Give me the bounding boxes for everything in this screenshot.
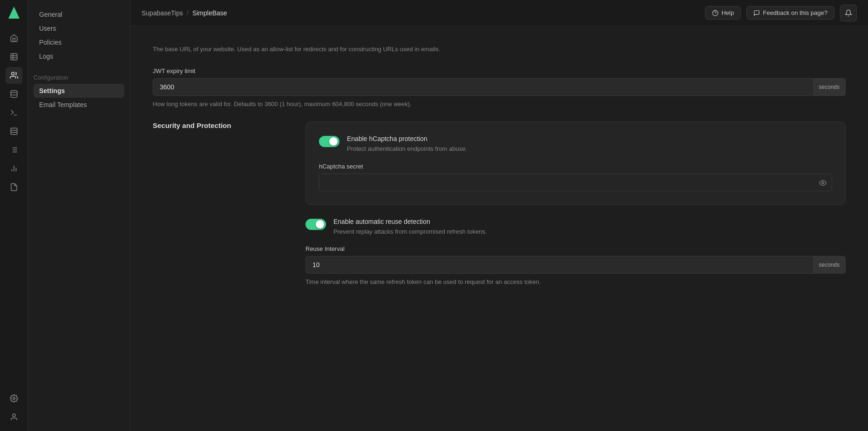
- nav-icon-table[interactable]: [6, 48, 22, 65]
- nav-icon-home[interactable]: [6, 30, 22, 47]
- app-logo[interactable]: [7, 6, 21, 20]
- sidebar-item-users[interactable]: Users: [34, 21, 124, 35]
- sidebar-item-email-templates[interactable]: Email Templates: [34, 98, 124, 112]
- hcaptcha-toggle[interactable]: [319, 136, 339, 147]
- sidebar-item-policies[interactable]: Policies: [34, 35, 124, 49]
- jwt-expiry-group: JWT expiry limit seconds How long tokens…: [153, 67, 846, 109]
- hcaptcha-secret-input-wrapper: [319, 174, 832, 191]
- hcaptcha-secret-group: hCaptcha secret: [319, 163, 832, 191]
- reuse-toggle-info: Enable automatic reuse detection Prevent…: [333, 218, 846, 236]
- nav-icon-auth[interactable]: [6, 67, 22, 84]
- hcaptcha-toggle-label: Enable hCaptcha protection: [347, 135, 832, 142]
- security-section-title: Security and Protection: [153, 121, 283, 129]
- notification-button[interactable]: [840, 5, 857, 21]
- breadcrumb: SupabaseTips / SimpleBase: [142, 9, 227, 17]
- nav-group-config: Settings Email Templates: [28, 84, 130, 112]
- svg-point-6: [11, 91, 17, 93]
- security-section: Security and Protection Enable hCaptcha …: [153, 121, 846, 300]
- nav-icon-reports[interactable]: [6, 160, 22, 177]
- site-url-description: The base URL of your website. Used as an…: [153, 45, 846, 54]
- jwt-expiry-input-wrapper: seconds: [153, 78, 846, 96]
- feedback-icon: [753, 10, 760, 16]
- nav-icon-logs[interactable]: [6, 141, 22, 158]
- feedback-label: Feedback on this page?: [763, 9, 827, 16]
- svg-point-20: [13, 397, 15, 400]
- breadcrumb-separator: /: [187, 9, 189, 17]
- jwt-expiry-input[interactable]: [153, 78, 846, 96]
- help-label: Help: [721, 9, 734, 16]
- hcaptcha-secret-input[interactable]: [319, 174, 832, 191]
- jwt-expiry-suffix: seconds: [813, 78, 846, 96]
- security-card: Enable hCaptcha protection Protect authe…: [305, 121, 846, 205]
- jwt-expiry-description: How long tokens are valid for. Defaults …: [153, 100, 846, 109]
- nav-icon-account[interactable]: [6, 409, 22, 425]
- svg-rect-1: [11, 54, 17, 60]
- nav-group-config-label: Configuration: [28, 71, 130, 84]
- reuse-interval-group: Reuse Interval seconds Time interval whe…: [305, 245, 846, 287]
- reuse-interval-suffix: seconds: [813, 256, 846, 274]
- hcaptcha-secret-label: hCaptcha secret: [319, 163, 832, 170]
- bell-icon: [845, 9, 852, 17]
- top-header: SupabaseTips / SimpleBase Help Feedback …: [130, 0, 868, 26]
- help-button[interactable]: Help: [705, 6, 741, 20]
- main-area: SupabaseTips / SimpleBase Help Feedback …: [130, 0, 868, 431]
- reuse-toggle-row: Enable automatic reuse detection Prevent…: [305, 218, 846, 236]
- svg-marker-0: [8, 7, 20, 19]
- svg-point-5: [11, 72, 14, 75]
- reuse-interval-label: Reuse Interval: [305, 245, 846, 252]
- sidebar-item-settings[interactable]: Settings: [34, 84, 124, 98]
- left-nav-panel: General Users Policies Logs Configuratio…: [28, 0, 130, 431]
- breadcrumb-current: SimpleBase: [192, 9, 227, 17]
- nav-icon-database[interactable]: [6, 123, 22, 140]
- jwt-expiry-label: JWT expiry limit: [153, 67, 846, 74]
- hcaptcha-toggle-desc: Protect authentication endpoints from ab…: [347, 144, 832, 154]
- reuse-interval-input[interactable]: [305, 256, 846, 274]
- svg-rect-8: [11, 128, 17, 135]
- feedback-button[interactable]: Feedback on this page?: [746, 6, 834, 20]
- reuse-interval-description: Time interval where the same refresh tok…: [305, 277, 846, 287]
- reuse-interval-input-wrapper: seconds: [305, 256, 846, 274]
- reuse-toggle-desc: Prevent replay attacks from compromised …: [333, 227, 846, 236]
- reuse-toggle[interactable]: [305, 219, 326, 230]
- help-icon: [712, 10, 719, 16]
- password-toggle-icon[interactable]: [819, 178, 827, 187]
- content-area: The base URL of your website. Used as an…: [130, 26, 868, 431]
- nav-icon-terminal[interactable]: [6, 104, 22, 121]
- svg-point-21: [13, 414, 15, 417]
- breadcrumb-project[interactable]: SupabaseTips: [142, 9, 183, 17]
- hcaptcha-toggle-info: Enable hCaptcha protection Protect authe…: [347, 135, 832, 154]
- sidebar-item-logs[interactable]: Logs: [34, 49, 124, 63]
- nav-group-main: General Users Policies Logs: [28, 7, 130, 63]
- header-actions: Help Feedback on this page?: [705, 5, 857, 21]
- security-section-right: Enable hCaptcha protection Protect authe…: [305, 121, 846, 300]
- hcaptcha-toggle-row: Enable hCaptcha protection Protect authe…: [319, 135, 832, 154]
- reuse-toggle-thumb: [316, 220, 324, 229]
- svg-point-24: [822, 182, 824, 184]
- nav-icon-storage[interactable]: [6, 86, 22, 102]
- reuse-toggle-label: Enable automatic reuse detection: [333, 218, 846, 225]
- sidebar-item-general[interactable]: General: [34, 7, 124, 21]
- nav-icon-docs[interactable]: [6, 179, 22, 195]
- nav-icon-settings[interactable]: [6, 390, 22, 407]
- icon-sidebar: [0, 0, 28, 431]
- security-section-left: Security and Protection: [153, 121, 283, 300]
